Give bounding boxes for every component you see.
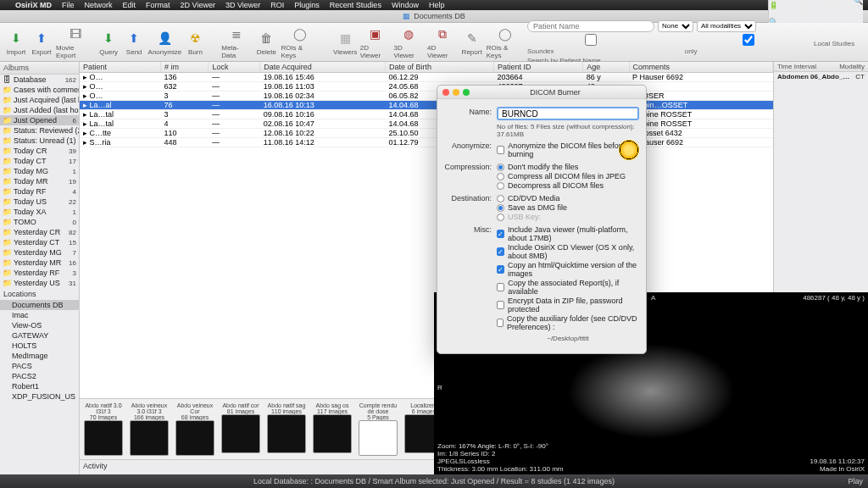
album-item[interactable]: 📁Just Opened6 [0, 115, 79, 125]
location-item[interactable]: Robert1 [0, 381, 79, 391]
burn-icon[interactable] [619, 140, 639, 160]
close-button[interactable] [442, 89, 449, 96]
study-row[interactable]: ▸ O…632—19.08.16 11:0324.05.6848628748 y [80, 82, 773, 92]
location-item[interactable]: GATEWAY [0, 330, 79, 341]
radio-compression[interactable]: Don't modify the files [497, 163, 639, 171]
toolbar-movie[interactable]: 🎞Movie Export [56, 25, 94, 59]
album-item[interactable]: 📁Today CT17 [0, 156, 79, 166]
select-none[interactable]: None [658, 20, 693, 32]
location-item[interactable]: View-OS [0, 320, 79, 330]
column-header[interactable]: Lock [209, 62, 260, 73]
album-item[interactable]: 📁Today CR39 [0, 146, 79, 156]
location-item[interactable]: Imac [0, 310, 79, 320]
column-header[interactable]: Date Acquired [260, 62, 386, 73]
column-header[interactable]: Comments [629, 62, 772, 73]
album-item[interactable]: 📁Just Added (last hour)3 [0, 105, 79, 115]
toolbar-roisk[interactable]: ◯ROIs & Keys [487, 25, 524, 59]
column-header[interactable]: Date of Birth [385, 62, 493, 73]
location-item[interactable]: PACS2 [0, 371, 79, 381]
series-thumb[interactable]: Abdo natif 3.0 I31f 370 images [83, 402, 124, 456]
toolbar-2dviewer[interactable]: ▣2D Viewer [360, 25, 391, 59]
location-item[interactable]: XDP_FUSION_US [0, 391, 79, 402]
menu-edit[interactable]: Edit [123, 1, 136, 9]
toolbar-metadata[interactable]: ≣Meta-Data [221, 25, 252, 59]
menu-help[interactable]: Help [429, 1, 445, 9]
study-row[interactable]: ▸ La…tal4—02.08.16 10:4714.04.6845438548… [80, 119, 773, 129]
menu-network[interactable]: Network [85, 1, 113, 9]
radio-compression[interactable]: Decompress all DICOM files [497, 181, 639, 190]
series-thumb[interactable]: Compte rendu de dose5 Pages [358, 402, 398, 456]
checkbox-local-only[interactable]: Local Studies only [685, 34, 863, 55]
album-item[interactable]: 📁Status: Unread (1)3 [0, 136, 79, 146]
menu-window[interactable]: Window [392, 1, 419, 9]
select-modality[interactable]: All modalities [697, 20, 756, 32]
location-item[interactable]: Documents DB [0, 300, 79, 310]
album-item[interactable]: 📁Just Acquired (last hour)10 [0, 95, 79, 105]
app-name[interactable]: OsiriX MD [15, 1, 52, 9]
radio-compression[interactable]: Compress all DICOM files in JPEG [497, 172, 639, 180]
minimize-button[interactable] [453, 89, 459, 96]
series-thumb[interactable]: Abdo natif sag110 images [266, 402, 307, 456]
menu-format[interactable]: Format [146, 1, 170, 9]
toolbar-anonymize[interactable]: 👤Anonymize [148, 29, 181, 56]
album-item[interactable]: 📁Yesterday US31 [0, 278, 79, 288]
album-item[interactable]: 📁Yesterday CR82 [0, 227, 79, 237]
toolbar-export[interactable]: ⬆Export [31, 29, 53, 56]
column-header[interactable]: Patient ID [494, 62, 583, 73]
column-header[interactable]: # im [161, 62, 209, 73]
album-item[interactable]: 📁Today XA1 [0, 207, 79, 217]
album-item[interactable]: 📁Yesterday CT15 [0, 237, 79, 247]
album-item[interactable]: 📁Today RF4 [0, 186, 79, 197]
radio-destination[interactable]: CD/DVD Media [497, 194, 639, 202]
album-item[interactable]: 🗄Database162 [0, 75, 79, 85]
study-row[interactable]: ▸ S…ria448—11.08.16 14:1201.12.793356183… [80, 138, 773, 147]
toolbar-3dviewer[interactable]: ◍3D Viewer [393, 25, 424, 59]
location-item[interactable]: PACS [0, 361, 79, 371]
album-item[interactable]: 📁Status: Reviewed (2) [0, 125, 79, 136]
search-input[interactable] [527, 20, 654, 32]
album-item[interactable]: 📁Yesterday MR16 [0, 258, 79, 268]
album-item[interactable]: 📁Today MG1 [0, 166, 79, 176]
play-button[interactable]: Play [848, 477, 863, 485]
menu-recent[interactable]: Recent Studies [330, 1, 381, 9]
menubar-name[interactable]: Denis Franch [792, 0, 815, 14]
study-row[interactable]: ▸ C…tte110—12.08.16 10:2225.10.503786946… [80, 129, 773, 138]
album-item[interactable]: 📁Today US22 [0, 197, 79, 207]
study-row[interactable]: ▸ O…3—19.08.16 02:3406.05.8217689834 yHA… [80, 92, 773, 101]
checkbox-misc[interactable]: ✓Include Java viewer (multi-platform, ab… [497, 225, 639, 242]
column-header[interactable]: Patient [80, 62, 161, 73]
toolbar-report[interactable]: ✎Report [461, 29, 483, 56]
study-row[interactable]: ▸ La…tal3—09.08.16 10:1614.04.6845438548… [80, 110, 773, 119]
album-item[interactable]: 📁Cases with comments [0, 85, 79, 95]
location-item[interactable]: MedImage [0, 351, 79, 361]
toolbar-rois[interactable]: ◯ROIs & Keys [281, 25, 318, 59]
menubar-user[interactable]: admin [824, 1, 845, 9]
menu-2d[interactable]: 2D Viewer [181, 1, 215, 9]
checkbox-misc[interactable]: Encrypt Data in ZIP file, password prote… [497, 297, 639, 313]
menu-3d[interactable]: 3D Viewer [225, 1, 260, 9]
album-item[interactable]: 📁Today MR19 [0, 176, 79, 186]
menu-roi[interactable]: ROI [270, 1, 284, 9]
checkbox-misc[interactable]: ✓Include OsiriX CD Viewer (OS X only, ab… [497, 243, 639, 260]
series-thumb[interactable]: Abdo veineux 3.0 I31f 3166 images [129, 402, 170, 456]
column-header[interactable]: Age [583, 62, 629, 73]
radio-destination[interactable]: Save as DMG file [497, 203, 639, 212]
toolbar-send[interactable]: ⬆Send [123, 29, 145, 56]
album-item[interactable]: 📁Yesterday MG7 [0, 247, 79, 258]
checkbox-misc[interactable]: Copy the auxiliary folder (see CD/DVD Pr… [497, 314, 639, 331]
series-thumb[interactable]: Abdo sag os117 images [312, 402, 353, 456]
album-item[interactable]: 📁Yesterday RF3 [0, 268, 79, 278]
menu-file[interactable]: File [62, 1, 75, 9]
location-item[interactable]: HOLTS [0, 341, 79, 351]
zoom-button[interactable] [463, 89, 470, 96]
study-row[interactable]: ▸ La…al76—16.08.16 10:1314.04.6855438548… [80, 101, 773, 110]
checkbox-soundex[interactable]: Soundex [527, 34, 678, 55]
series-thumb[interactable]: Abdo veineux Cor68 images [175, 402, 215, 456]
checkbox-anonymize[interactable]: Anonymize the DICOM files before burning [497, 141, 639, 158]
series-thumb[interactable]: Abdo natif cor81 images [220, 402, 261, 456]
checkbox-misc[interactable]: Copy the associated Report(s), if availa… [497, 279, 639, 296]
toolbar-delete[interactable]: 🗑Delete [255, 29, 277, 56]
spotlight-icon[interactable]: 🔍 ≡ [854, 0, 863, 14]
checkbox-misc[interactable]: ✓Copy an html/Quicktime version of the i… [497, 261, 639, 278]
toolbar-viewers[interactable]: ▦Viewers [333, 29, 356, 56]
